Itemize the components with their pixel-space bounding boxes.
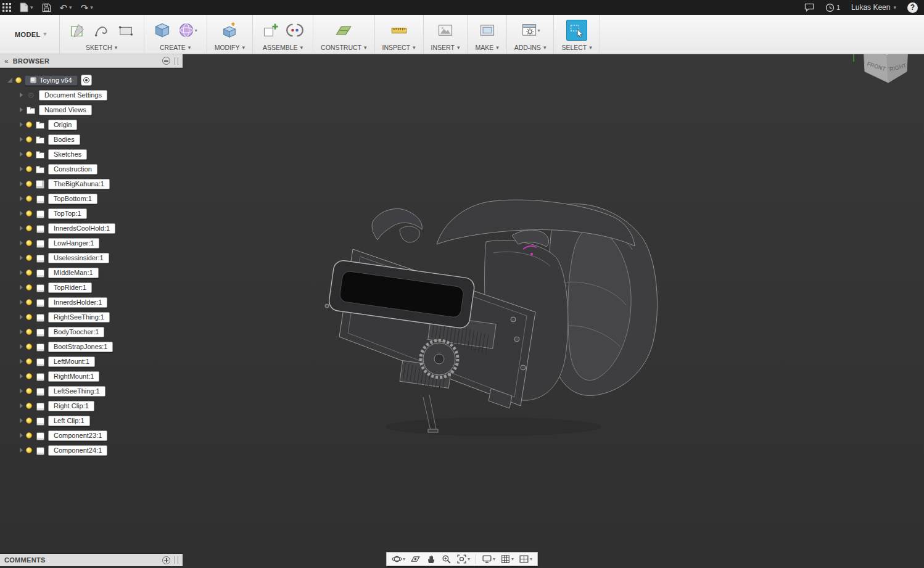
visibility-bulb-icon[interactable] bbox=[26, 181, 32, 187]
visibility-bulb-icon[interactable] bbox=[26, 240, 32, 246]
tree-item-innerdsholder-1[interactable]: InnerdsHolder:1 bbox=[0, 295, 183, 310]
toolbar-menu-construct[interactable]: CONSTRUCT ▾ bbox=[321, 43, 366, 52]
tree-item-bodytoocher-1[interactable]: BodyToocher:1 bbox=[0, 324, 183, 339]
fit-button[interactable]: ▾ bbox=[455, 553, 472, 565]
tree-item-label[interactable]: BodyToocher:1 bbox=[48, 327, 104, 337]
expand-arrow-icon[interactable] bbox=[20, 93, 23, 97]
toolbar-menu-create[interactable]: CREATE ▾ bbox=[160, 43, 191, 52]
sketch-rectangle-button[interactable] bbox=[115, 20, 136, 41]
expand-arrow-icon[interactable] bbox=[20, 255, 23, 260]
tree-item-label[interactable]: Document Settings bbox=[39, 90, 107, 101]
visibility-bulb-icon[interactable] bbox=[26, 284, 32, 290]
visibility-bulb-icon[interactable] bbox=[26, 299, 32, 305]
visibility-bulb-icon[interactable] bbox=[26, 403, 32, 409]
expand-arrow-icon[interactable] bbox=[20, 152, 23, 157]
insert-canvas-button[interactable] bbox=[435, 20, 456, 41]
tree-item-leftmount-1[interactable]: LeftMount:1 bbox=[0, 354, 183, 369]
look-at-button[interactable] bbox=[408, 553, 423, 565]
comments-icon[interactable] bbox=[804, 0, 814, 15]
toolbar-menu-modify[interactable]: MODIFY ▾ bbox=[215, 43, 245, 52]
visibility-bulb-icon[interactable] bbox=[26, 151, 32, 157]
tree-item-sketches[interactable]: Sketches bbox=[0, 147, 183, 162]
visibility-bulb-icon[interactable] bbox=[26, 388, 32, 394]
tree-item-label[interactable]: Component23:1 bbox=[48, 430, 107, 441]
create-sketch-button[interactable] bbox=[67, 20, 88, 41]
tree-item-innerdscoolhold-1[interactable]: InnerdsCoolHold:1 bbox=[0, 221, 183, 236]
visibility-bulb-icon[interactable] bbox=[26, 432, 32, 438]
construction-plane-button[interactable] bbox=[333, 20, 354, 41]
expand-arrow-icon[interactable] bbox=[20, 418, 23, 423]
tree-item-label[interactable]: RightMount:1 bbox=[48, 371, 99, 382]
visibility-bulb-icon[interactable] bbox=[26, 329, 32, 335]
expand-arrow-icon[interactable] bbox=[20, 137, 23, 142]
expand-arrow-icon[interactable] bbox=[20, 300, 23, 305]
visibility-bulb-icon[interactable] bbox=[26, 314, 32, 320]
scripts-addins-button[interactable]: ▾ bbox=[519, 20, 542, 41]
visibility-bulb-icon[interactable] bbox=[26, 373, 32, 379]
visibility-bulb-icon[interactable] bbox=[26, 255, 32, 261]
toolbar-menu-inspect[interactable]: INSPECT ▾ bbox=[382, 43, 416, 52]
visibility-bulb-icon[interactable] bbox=[26, 270, 32, 276]
tree-item-right-clip-1[interactable]: Right Clip:1 bbox=[0, 398, 183, 413]
tree-item-label[interactable]: Uselessinsider:1 bbox=[48, 253, 109, 263]
tree-item-leftseething-1[interactable]: LeftSeeThing:1 bbox=[0, 384, 183, 398]
expand-arrow-icon[interactable] bbox=[20, 403, 23, 408]
joint-button[interactable] bbox=[284, 20, 305, 41]
visibility-bulb-icon[interactable] bbox=[26, 210, 32, 216]
tree-item-thebigkahuna-1[interactable]: TheBigKahuna:1 bbox=[0, 176, 183, 191]
collapse-arrow-icon[interactable] bbox=[7, 78, 12, 83]
tree-item-label[interactable]: Bodies bbox=[48, 134, 80, 145]
tree-item-label[interactable]: TheBigKahuna:1 bbox=[48, 179, 110, 189]
vr-headset-model[interactable] bbox=[308, 185, 691, 444]
tree-item-label[interactable]: LeftMount:1 bbox=[48, 356, 95, 367]
expand-arrow-icon[interactable] bbox=[20, 226, 23, 231]
visibility-bulb-icon[interactable] bbox=[15, 77, 22, 83]
user-menu[interactable]: Lukas Keen ▾ bbox=[851, 3, 896, 12]
tree-item-label[interactable]: TopBottom:1 bbox=[48, 194, 97, 204]
tree-item-label[interactable]: Sketches bbox=[48, 149, 87, 160]
expand-arrow-icon[interactable] bbox=[20, 374, 23, 379]
tree-item-rightmount-1[interactable]: RightMount:1 bbox=[0, 369, 183, 384]
tree-item-uselessinsider-1[interactable]: Uselessinsider:1 bbox=[0, 250, 183, 265]
tree-item-label[interactable]: RightSeeThing:1 bbox=[48, 312, 110, 323]
add-comment-icon[interactable] bbox=[162, 556, 170, 564]
visibility-bulb-icon[interactable] bbox=[26, 225, 32, 231]
tree-item-document-settings[interactable]: ⚙ Document Settings bbox=[0, 88, 183, 102]
visibility-bulb-icon[interactable] bbox=[26, 418, 32, 424]
tree-item-label[interactable]: TopRider:1 bbox=[48, 282, 92, 293]
tree-item-label[interactable]: InnerdsHolder:1 bbox=[48, 297, 107, 308]
tree-item-label[interactable]: Right Clip:1 bbox=[48, 401, 94, 411]
expand-arrow-icon[interactable] bbox=[20, 389, 23, 393]
visibility-bulb-icon[interactable] bbox=[26, 121, 32, 128]
visibility-bulb-icon[interactable] bbox=[26, 166, 32, 172]
expand-arrow-icon[interactable] bbox=[20, 241, 23, 245]
orbit-button[interactable]: ▾ bbox=[390, 553, 407, 565]
tree-item-origin[interactable]: Origin bbox=[0, 117, 183, 132]
panel-drag-grip[interactable] bbox=[175, 57, 178, 65]
tree-item-toptop-1[interactable]: TopTop:1 bbox=[0, 206, 183, 221]
redo-button[interactable]: ↷ ▾ bbox=[81, 0, 93, 15]
minimize-panel-icon[interactable] bbox=[162, 57, 170, 65]
expand-arrow-icon[interactable] bbox=[20, 344, 23, 349]
file-menu-button[interactable]: ▾ bbox=[20, 0, 33, 15]
toolbar-menu-make[interactable]: MAKE ▾ bbox=[475, 43, 498, 52]
tree-item-label[interactable]: BootStrapJones:1 bbox=[48, 342, 113, 352]
toolbar-menu-select[interactable]: SELECT ▾ bbox=[561, 43, 592, 52]
tree-item-label[interactable]: Component24:1 bbox=[48, 445, 107, 456]
comments-drag-grip[interactable] bbox=[175, 556, 178, 564]
create-form-button[interactable]: ▾ bbox=[176, 20, 199, 41]
expand-arrow-icon[interactable] bbox=[20, 433, 23, 438]
expand-arrow-icon[interactable] bbox=[20, 211, 23, 216]
expand-arrow-icon[interactable] bbox=[20, 196, 23, 201]
tree-item-named-views[interactable]: Named Views bbox=[0, 102, 183, 117]
sketch-spline-button[interactable] bbox=[91, 20, 112, 41]
expand-arrow-icon[interactable] bbox=[20, 181, 23, 186]
tree-item-middleman-1[interactable]: MIddleMan:1 bbox=[0, 265, 183, 280]
tree-item-left-clip-1[interactable]: Left Clip:1 bbox=[0, 413, 183, 428]
new-component-button[interactable] bbox=[260, 20, 281, 41]
tree-item-toprider-1[interactable]: TopRider:1 bbox=[0, 280, 183, 295]
expand-arrow-icon[interactable] bbox=[20, 107, 23, 112]
visibility-bulb-icon[interactable] bbox=[26, 447, 32, 453]
toolbar-menu-sketch[interactable]: SKETCH ▾ bbox=[86, 43, 117, 52]
tree-item-label[interactable]: Left Clip:1 bbox=[48, 416, 90, 426]
